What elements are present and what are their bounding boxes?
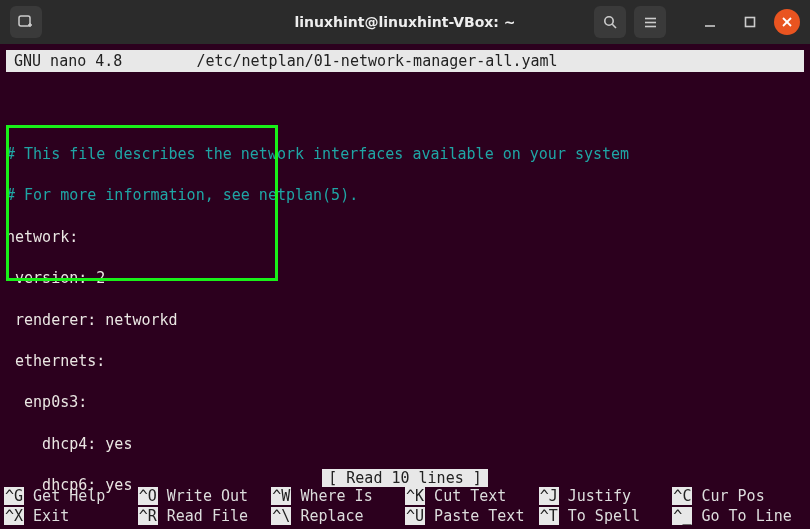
nano-file-path: /etc/netplan/01-network-manager-all.yaml — [196, 52, 557, 70]
titlebar-right — [594, 6, 800, 38]
shortcut-key: ^J — [539, 487, 559, 505]
svg-line-4 — [612, 24, 616, 28]
svg-rect-9 — [746, 18, 755, 27]
shortcut-item: ^_ Go To Line — [672, 506, 806, 527]
shortcut-row: ^X Exit ^R Read File ^\ Replace ^U Paste… — [4, 506, 806, 527]
shortcut-key: ^C — [672, 487, 692, 505]
shortcut-label: Justify — [568, 487, 631, 505]
yaml-line: dhcp4: yes — [6, 434, 804, 455]
shortcut-item: ^W Where Is — [271, 486, 405, 507]
yaml-line: version: 2 — [6, 268, 804, 289]
nano-status-text: [ Read 10 lines ] — [322, 469, 488, 487]
close-button[interactable] — [774, 9, 800, 35]
maximize-icon — [744, 16, 756, 28]
yaml-line: renderer: networkd — [6, 310, 804, 331]
nano-header-bar: GNU nano 4.8 /etc/netplan/01-network-man… — [6, 50, 804, 72]
shortcut-label: Exit — [33, 507, 69, 525]
new-tab-button[interactable] — [10, 6, 42, 38]
menu-button[interactable] — [634, 6, 666, 38]
shortcut-label: Where Is — [300, 487, 372, 505]
yaml-line: enp0s3: — [6, 392, 804, 413]
shortcut-item: ^T To Spell — [539, 506, 673, 527]
terminal-plus-icon — [18, 14, 34, 30]
window-titlebar: linuxhint@linuxhint-VBox: ~ — [0, 0, 810, 44]
shortcut-item: ^U Paste Text — [405, 506, 539, 527]
comment-line: # For more information, see netplan(5). — [6, 185, 804, 206]
shortcut-label: Read File — [167, 507, 248, 525]
shortcut-item: ^C Cur Pos — [672, 486, 806, 507]
close-icon — [781, 16, 793, 28]
titlebar-left — [10, 6, 42, 38]
shortcut-key: ^O — [138, 487, 158, 505]
shortcut-key: ^X — [4, 507, 24, 525]
hamburger-icon — [643, 15, 658, 30]
shortcut-label: Cur Pos — [701, 487, 764, 505]
shortcut-label: To Spell — [568, 507, 640, 525]
shortcut-row: ^G Get Help ^O Write Out ^W Where Is ^K … — [4, 486, 806, 507]
shortcut-label: Write Out — [167, 487, 248, 505]
nano-shortcut-bar: ^G Get Help ^O Write Out ^W Where Is ^K … — [0, 486, 810, 529]
shortcut-key: ^R — [138, 507, 158, 525]
nano-app-name: GNU nano 4.8 — [14, 52, 122, 70]
maximize-button[interactable] — [734, 10, 766, 34]
minimize-button[interactable] — [694, 10, 726, 34]
nano-status-line: [ Read 10 lines ] — [0, 469, 810, 487]
shortcut-label: Get Help — [33, 487, 105, 505]
shortcut-key: ^_ — [672, 507, 692, 525]
shortcut-item: ^K Cut Text — [405, 486, 539, 507]
minimize-icon — [703, 15, 717, 29]
window-title: linuxhint@linuxhint-VBox: ~ — [294, 14, 515, 30]
shortcut-key: ^\ — [271, 507, 291, 525]
shortcut-label: Paste Text — [434, 507, 524, 525]
shortcut-key: ^T — [539, 507, 559, 525]
svg-point-3 — [604, 16, 612, 24]
shortcut-item: ^R Read File — [138, 506, 272, 527]
blank-line — [6, 103, 804, 124]
shortcut-key: ^W — [271, 487, 291, 505]
shortcut-label: Cut Text — [434, 487, 506, 505]
shortcut-item: ^X Exit — [4, 506, 138, 527]
shortcut-label: Go To Line — [701, 507, 791, 525]
yaml-line: ethernets: — [6, 351, 804, 372]
shortcut-key: ^K — [405, 487, 425, 505]
shortcut-item: ^O Write Out — [138, 486, 272, 507]
yaml-line: network: — [6, 227, 804, 248]
shortcut-key: ^G — [4, 487, 24, 505]
shortcut-label: Replace — [300, 507, 363, 525]
shortcut-key: ^U — [405, 507, 425, 525]
search-button[interactable] — [594, 6, 626, 38]
search-icon — [603, 15, 618, 30]
shortcut-item: ^\ Replace — [271, 506, 405, 527]
editor-area[interactable]: # This file describes the network interf… — [0, 72, 810, 529]
shortcut-item: ^J Justify — [539, 486, 673, 507]
shortcut-item: ^G Get Help — [4, 486, 138, 507]
comment-line: # This file describes the network interf… — [6, 144, 804, 165]
